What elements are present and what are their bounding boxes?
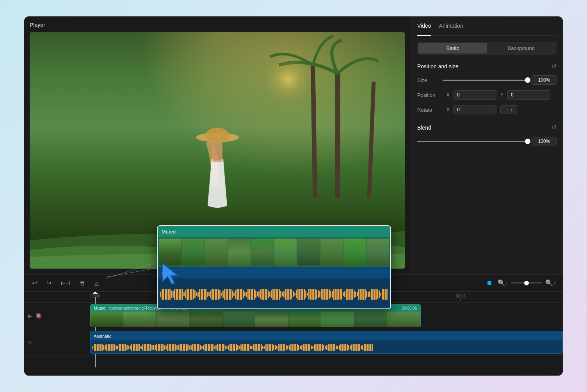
blend-reset-icon[interactable]: ↺ [551,124,557,131]
popup-thumb-5 [251,239,274,265]
blend-section: Blend ↺ 100% [417,124,557,146]
audio-waveform [91,340,562,354]
undo-button[interactable]: ↩ [30,278,39,288]
tab-video[interactable]: Video [417,23,431,36]
rotate-x-label: X [446,107,452,112]
sub-tab-basic[interactable]: Basic [418,43,487,53]
sun-glow [265,56,311,103]
thumb-7 [288,312,321,327]
magnified-popup: Muted thetic [157,225,391,309]
popup-waveform-bars [160,280,388,308]
popup-thumbnails [158,237,390,267]
sub-tab-background[interactable]: Background [487,43,556,53]
blend-thumb[interactable] [525,139,530,144]
thumb-10 [387,312,420,327]
waveform-bars [92,341,561,354]
size-row: Size 100% [417,75,557,85]
blend-track [417,141,528,142]
speaker-muted-icon: 🔇 [36,313,42,319]
flip-button[interactable]: ↔ ↕ [500,105,517,114]
size-thumb[interactable] [525,77,530,83]
ruler-line-15 [461,298,461,301]
popup-clip-header: Muted [158,226,390,237]
player-label: Player [30,22,405,28]
position-reset-icon[interactable]: ↺ [551,62,557,70]
position-x-input[interactable] [454,90,496,100]
blend-title: Blend [417,125,431,131]
svg-marker-6 [163,264,177,284]
svg-line-4 [313,65,315,198]
position-size-header: Position and size ↺ [417,62,557,70]
position-y-group: Y [500,90,550,100]
size-value-input[interactable]: 100% [532,75,557,85]
ruler-text-15: 00:15 [456,294,466,298]
popup-thumb-9 [343,239,366,265]
popup-thumb-4 [228,239,251,265]
size-track [443,80,528,81]
delete-button[interactable]: 🗑 [78,278,87,288]
mute-button[interactable]: 🔇 [36,313,42,319]
blend-fill [417,141,528,142]
thumb-5 [222,312,255,327]
rotate-x-input[interactable] [454,105,496,114]
thumb-9 [354,312,387,327]
rotate-row: Rotate X ↔ ↕ [417,105,557,114]
position-y-input[interactable] [507,90,550,100]
zoom-out-button[interactable]: 🔍- [498,279,507,287]
svg-line-5 [369,82,374,198]
position-x-group: X [446,90,496,100]
ruler-mark-15: 00:15 [456,294,466,301]
size-label: Size [417,77,443,83]
audio-title: Aesthetic [94,334,111,339]
redo-button[interactable]: ↪ [45,278,53,288]
popup-thumb-3 [205,239,228,265]
popup-thumb-8 [320,239,343,265]
zoom-controls: 🔍- 🔍+ [487,279,557,287]
transform-button[interactable]: △ [93,278,100,288]
audio-track-icon: ⟳ [28,340,32,345]
flip-icon: ↔ [505,107,509,112]
cursor-arrow-icon [161,262,180,285]
sub-tabs: Basic Background [417,42,557,55]
popup-thumb-2 [182,239,205,265]
thumb-2 [123,312,156,327]
zoom-in-button[interactable]: 🔍+ [545,279,557,287]
position-size-title: Position and size [417,63,459,69]
popup-audio-header: thetic [158,267,390,278]
popup-clip-title: Muted [162,229,176,235]
blend-header: Blend ↺ [417,124,557,131]
main-container: Player [24,16,563,376]
audio-clip[interactable]: Aesthetic [90,331,563,354]
popup-waveform [158,278,390,309]
timeline-indicator [487,281,491,285]
audio-track-controls: ⟳ [24,340,89,345]
rotate-x-group: X [446,105,496,114]
rotate-label: Rotate [417,107,443,113]
thumb-8 [321,312,354,327]
blend-slider[interactable] [417,141,528,142]
audio-header: Aesthetic [91,331,562,340]
thumb-3 [157,312,189,327]
flip-vert-icon: ↕ [511,107,513,112]
video-track-icon: ▶ [28,313,32,319]
size-slider[interactable] [443,80,528,81]
playhead-head [92,292,98,297]
zoom-thumb [524,281,529,285]
tab-animation[interactable]: Animation [439,23,463,30]
zoom-slider[interactable] [511,282,542,283]
clip-duration: 00:08:06 [402,306,417,310]
y-axis-label: Y [500,92,506,98]
position-label: Position [417,92,443,98]
split-button[interactable]: ⊢⊣ [59,278,72,288]
clip-title: Muted [94,306,106,310]
clip-thumbnails [91,312,420,327]
popup-thumb-6 [274,239,297,265]
blend-slider-row: 100% [417,137,557,146]
panel-tabs: Video Animation [417,23,557,36]
cursor-arrow-container [161,262,180,287]
popup-video-track: Muted [158,226,390,267]
blend-value-input[interactable]: 100% [532,137,557,146]
popup-thumb-7 [297,239,320,265]
position-row: Position X Y [417,90,557,100]
thumb-6 [255,312,288,327]
